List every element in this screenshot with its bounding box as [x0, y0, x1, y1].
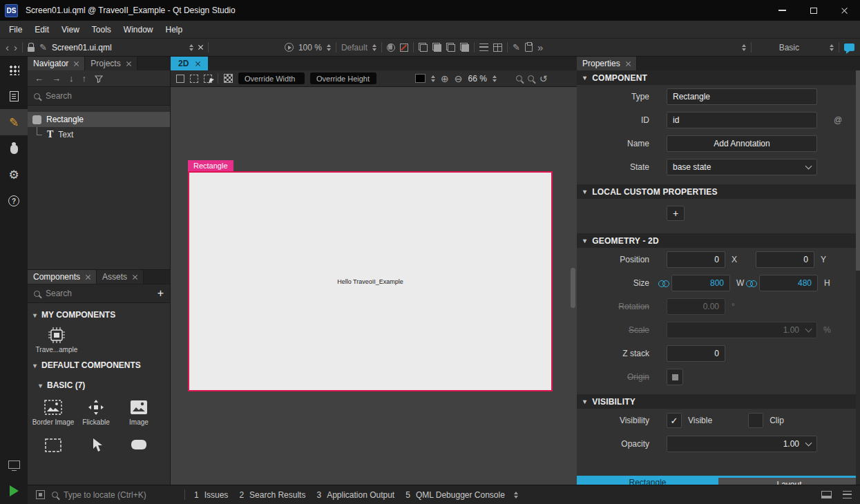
- select-tool-icon[interactable]: [176, 75, 184, 83]
- mode-debug-button[interactable]: [0, 135, 28, 162]
- component-item-outline-rect[interactable]: [32, 437, 75, 454]
- locator-input[interactable]: Type to locate (Ctrl+K): [52, 490, 178, 500]
- zoom-out-icon[interactable]: ⊖: [455, 74, 463, 84]
- close-document-icon[interactable]: [198, 45, 203, 50]
- tab-projects[interactable]: Projects: [85, 57, 137, 70]
- close-button[interactable]: [829, 0, 860, 21]
- kit-selector[interactable]: Default: [341, 43, 367, 52]
- close-tab-icon[interactable]: [626, 61, 631, 66]
- link-icon[interactable]: [658, 280, 669, 287]
- tree-item-rectangle[interactable]: Rectangle: [28, 112, 170, 127]
- artboard-rectangle[interactable]: Hello TraveoII_Example: [188, 171, 553, 391]
- menu-view[interactable]: View: [55, 22, 86, 37]
- section-visibility[interactable]: ▾ VISIBILITY: [577, 394, 860, 409]
- menu-tools[interactable]: Tools: [86, 22, 117, 37]
- menu-edit[interactable]: Edit: [28, 22, 55, 37]
- clear-override-icon[interactable]: [400, 43, 408, 52]
- components-search-input[interactable]: Search +: [28, 284, 170, 303]
- artboard-tag[interactable]: Rectangle: [188, 160, 233, 172]
- add-property-button[interactable]: +: [667, 206, 685, 221]
- z-stack-field[interactable]: 0: [667, 345, 725, 362]
- properties-scrollbar[interactable]: [856, 70, 860, 485]
- toolbar-overflow-button[interactable]: »: [537, 42, 543, 52]
- navigator-search-input[interactable]: Search: [28, 86, 170, 106]
- scale-dropdown[interactable]: 1.00: [667, 322, 817, 338]
- zoom-selection-icon[interactable]: [516, 75, 522, 81]
- tab-navigator[interactable]: Navigator: [28, 57, 85, 70]
- mode-help-button[interactable]: ?: [0, 188, 28, 214]
- origin-button[interactable]: [667, 369, 683, 385]
- pane-qml-debugger-console[interactable]: 5 QML Debugger Console: [403, 490, 507, 500]
- reset-view-icon[interactable]: ↺: [539, 74, 548, 84]
- size-width-field[interactable]: 800: [671, 275, 730, 291]
- component-item-border-image[interactable]: Border Image: [32, 399, 75, 426]
- component-item-flickable[interactable]: Flickable: [75, 399, 117, 426]
- canvas-vertical-scrollbar[interactable]: [571, 268, 575, 308]
- move-down-button[interactable]: ↓: [69, 73, 74, 84]
- clone-icon[interactable]: [460, 43, 469, 52]
- live-preview-button[interactable]: [0, 452, 28, 478]
- close-tab-icon[interactable]: [195, 61, 200, 66]
- rotation-field[interactable]: 0.00: [667, 298, 725, 315]
- copy-icon[interactable]: [419, 43, 428, 52]
- type-field[interactable]: Rectangle: [667, 88, 817, 105]
- close-tab-icon[interactable]: [74, 61, 79, 66]
- opacity-dropdown[interactable]: 1.00: [667, 436, 817, 452]
- move-up-button[interactable]: ↑: [82, 73, 87, 84]
- anchor-icon[interactable]: [387, 43, 395, 52]
- duplicate-icon[interactable]: [446, 43, 455, 52]
- zoom-fit-icon[interactable]: [528, 75, 534, 81]
- section-local-custom-properties[interactable]: ▾ LOCAL CUSTOM PROPERTIES: [577, 184, 860, 199]
- menu-window[interactable]: Window: [117, 22, 160, 37]
- component-item-image[interactable]: Image: [117, 399, 160, 426]
- move-left-button[interactable]: ←: [35, 73, 44, 84]
- mode-welcome-button[interactable]: [0, 57, 28, 83]
- mode-design-button[interactable]: ✎: [0, 109, 28, 135]
- override-width-input[interactable]: Override Width: [238, 72, 305, 84]
- section-geometry-2d[interactable]: ▾ GEOMETRY - 2D: [577, 233, 860, 248]
- clipboard-icon[interactable]: [525, 43, 533, 52]
- close-tab-icon[interactable]: [86, 275, 90, 280]
- annotation-at-icon[interactable]: @: [834, 115, 842, 125]
- menu-file[interactable]: File: [3, 22, 28, 37]
- tree-item-text[interactable]: T Text: [28, 127, 170, 142]
- annotation-icon[interactable]: ✎: [513, 43, 520, 52]
- close-tab-icon[interactable]: [133, 275, 137, 280]
- canvas-color-swatch[interactable]: [415, 74, 426, 83]
- mode-edit-button[interactable]: [0, 83, 28, 109]
- progress-icon[interactable]: [36, 490, 45, 499]
- maximize-button[interactable]: [798, 0, 829, 21]
- style-selector[interactable]: Basic: [779, 43, 799, 52]
- swatch-stepper[interactable]: [431, 75, 435, 82]
- preview-zoom-stepper[interactable]: [327, 44, 331, 51]
- run-preview-icon[interactable]: [285, 43, 294, 52]
- pane-application-output[interactable]: 3 Application Output: [314, 490, 396, 500]
- id-field[interactable]: id: [667, 112, 817, 128]
- menu-help[interactable]: Help: [160, 22, 189, 37]
- bottom-tab-layout[interactable]: Layout: [718, 476, 860, 485]
- move-tool-icon[interactable]: [204, 75, 212, 83]
- component-item-cursor[interactable]: [75, 437, 117, 454]
- style-stepper[interactable]: [830, 44, 834, 51]
- tab-properties[interactable]: Properties: [577, 57, 637, 70]
- link-icon[interactable]: [746, 280, 757, 287]
- section-component[interactable]: ▾ COMPONENT: [577, 70, 860, 85]
- canvas-zoom-stepper[interactable]: [493, 75, 497, 82]
- size-height-field[interactable]: 480: [759, 275, 818, 291]
- component-item-rounded-rect[interactable]: [117, 437, 160, 454]
- tab-assets[interactable]: Assets: [97, 270, 144, 284]
- pane-issues[interactable]: 1 Issues: [192, 490, 230, 500]
- open-document-selector[interactable]: Screen01.ui.qml: [52, 43, 193, 52]
- list-view-icon[interactable]: [479, 43, 488, 51]
- visible-checkbox[interactable]: ✓: [667, 413, 682, 428]
- canvas-zoom-value[interactable]: 66 %: [468, 74, 486, 84]
- section-basic[interactable]: ▾ BASIC (7): [28, 374, 170, 394]
- override-height-input[interactable]: Override Height: [310, 72, 376, 84]
- snap-grid-icon[interactable]: [224, 74, 233, 83]
- close-tab-icon[interactable]: [126, 61, 131, 66]
- tab-2d[interactable]: 2D: [171, 57, 208, 70]
- kit-stepper[interactable]: [372, 44, 376, 51]
- mode-tools-button[interactable]: ⚙: [0, 162, 28, 188]
- artboard-text-element[interactable]: Hello TraveoII_Example: [337, 278, 403, 285]
- toggle-panel-icon[interactable]: [821, 491, 832, 498]
